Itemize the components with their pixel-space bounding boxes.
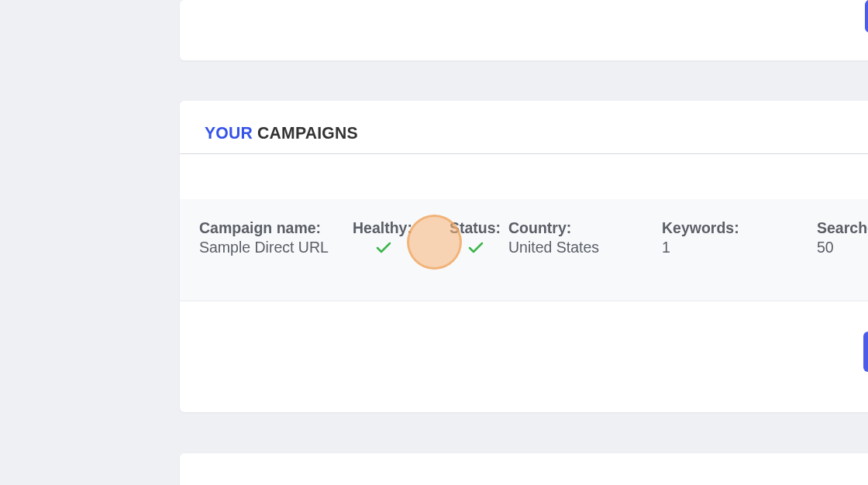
partial-button-bottom[interactable]: [863, 332, 868, 372]
keywords-value: 1: [662, 239, 817, 256]
checkmark-icon: [468, 242, 484, 257]
healthy-label: Healthy:: [353, 219, 450, 237]
status-label: Status:: [450, 219, 501, 237]
field-campaign-name: Campaign name: Sample Direct URL: [199, 219, 353, 256]
bottom-card: [180, 453, 868, 485]
field-searches: Searche 50: [817, 219, 868, 256]
field-healthy: Healthy:: [353, 219, 450, 257]
checkmark-icon: [376, 242, 391, 257]
campaign-name-value: Sample Direct URL: [199, 239, 353, 256]
field-country: Country: United States: [508, 219, 662, 256]
section-title-rest: CAMPAIGNS: [253, 124, 358, 142]
country-label: Country:: [508, 219, 662, 237]
keywords-label: Keywords:: [662, 219, 817, 237]
campaign-name-label: Campaign name:: [199, 219, 353, 237]
field-status: Status:: [450, 219, 508, 257]
top-card: [180, 0, 868, 60]
campaign-row[interactable]: Campaign name: Sample Direct URL Healthy…: [180, 199, 868, 301]
searches-label: Searche: [817, 219, 868, 237]
searches-value: 50: [817, 239, 868, 256]
section-header: YOUR CAMPAIGNS: [180, 101, 868, 154]
field-keywords: Keywords: 1: [662, 219, 817, 256]
campaigns-card: YOUR CAMPAIGNS Campaign name: Sample Dir…: [180, 101, 868, 412]
section-title-highlight: YOUR: [205, 124, 253, 142]
section-title: YOUR CAMPAIGNS: [205, 124, 852, 143]
partial-button-top[interactable]: [865, 0, 868, 33]
country-value: United States: [508, 239, 662, 256]
